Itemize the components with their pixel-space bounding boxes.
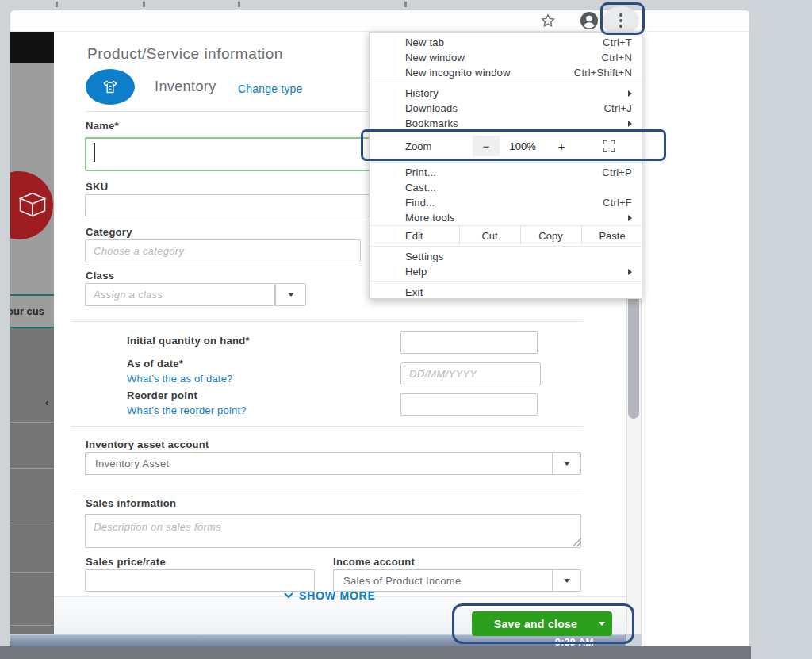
- products-logo-red-circle: [10, 171, 53, 239]
- menu-separator: [370, 281, 642, 282]
- menu-item-shortcut: Ctrl+T: [603, 36, 632, 48]
- menu-item-label: Print...: [405, 167, 436, 178]
- menu-item-shortcut: Ctrl+Shift+N: [574, 67, 632, 79]
- income-account-label: Income account: [333, 556, 415, 568]
- textarea-resize-grip[interactable]: [573, 538, 581, 546]
- category-label: Category: [86, 226, 132, 238]
- menu-item-history[interactable]: History: [370, 86, 642, 101]
- menu-item-print[interactable]: Print...Ctrl+P: [370, 165, 642, 180]
- frame-tick: [238, 2, 240, 7]
- menu-item-cast[interactable]: Cast...: [370, 180, 642, 195]
- menu-item-find[interactable]: Find...Ctrl+F: [370, 195, 642, 210]
- menu-item-label: Exit: [405, 286, 423, 298]
- backdrop-customers-button: our cus: [10, 294, 54, 328]
- clock-text: 9:39 AM: [555, 637, 594, 646]
- save-and-close-button[interactable]: Save and close: [472, 611, 612, 636]
- menu-separator: [370, 82, 642, 82]
- name-input[interactable]: [85, 137, 373, 171]
- menu-item-new-window[interactable]: New windowCtrl+N: [370, 50, 642, 65]
- menu-item-shortcut: Ctrl+J: [603, 102, 632, 114]
- section-divider: [71, 426, 583, 427]
- menu-item-copy[interactable]: Copy: [520, 226, 581, 245]
- sales-description-textarea[interactable]: [85, 514, 581, 548]
- zoom-label: Zoom: [405, 140, 431, 152]
- tshirt-icon: [100, 79, 121, 96]
- menu-item-label: Find...: [405, 197, 435, 209]
- menu-item-label: Help: [405, 266, 427, 278]
- save-dropdown-toggle[interactable]: [592, 622, 612, 626]
- kebab-menu-icon[interactable]: [615, 9, 626, 33]
- menu-item-shortcut: Ctrl+N: [602, 52, 632, 63]
- reorder-point-input[interactable]: [400, 393, 538, 416]
- item-type-value: Inventory: [155, 79, 216, 95]
- menu-item-shortcut: Ctrl+F: [603, 197, 632, 209]
- category-input[interactable]: [85, 239, 361, 262]
- frame-tick: [404, 2, 407, 7]
- reorder-point-help-link[interactable]: What’s the reorder point?: [127, 404, 247, 416]
- as-of-date-label: As of date*: [127, 358, 183, 370]
- save-and-close-label: Save and close: [472, 618, 592, 630]
- menu-item-cut[interactable]: Cut: [459, 226, 520, 245]
- sku-label: SKU: [86, 181, 108, 193]
- open-box-icon: [15, 189, 50, 220]
- class-dropdown-button[interactable]: [275, 283, 306, 306]
- menu-item-more-tools[interactable]: More tools: [370, 210, 642, 225]
- name-label: Name*: [86, 120, 119, 132]
- menu-item-label: History: [405, 87, 439, 99]
- class-input[interactable]: [85, 283, 275, 306]
- backdrop-row-line: [10, 523, 54, 523]
- income-account-value: Sales of Product Income: [343, 575, 462, 587]
- chevron-down-icon: [284, 592, 293, 599]
- as-of-date-input[interactable]: [400, 362, 541, 385]
- menu-item-help[interactable]: Help: [370, 264, 642, 279]
- minus-icon: −: [483, 140, 490, 153]
- text-cursor: [94, 143, 95, 162]
- menu-item-label: New window: [405, 52, 465, 63]
- menu-item-bookmarks[interactable]: Bookmarks: [370, 116, 642, 131]
- chevron-down-icon: [288, 293, 294, 297]
- income-account-dropdown-button[interactable]: [552, 569, 581, 592]
- menu-item-label: Bookmarks: [405, 117, 458, 129]
- initial-quantity-input[interactable]: [400, 331, 538, 354]
- submenu-arrow-icon: [628, 269, 632, 275]
- menu-item-exit[interactable]: Exit: [370, 285, 642, 300]
- section-divider: [71, 321, 583, 322]
- window-bottom-bar: 9:39 AM: [10, 634, 625, 646]
- menu-item-paste[interactable]: Paste: [581, 226, 643, 245]
- profile-avatar-icon[interactable]: [580, 11, 599, 30]
- bookmark-star-icon[interactable]: [540, 13, 556, 29]
- inventory-asset-account-label: Inventory asset account: [86, 439, 209, 450]
- sku-input[interactable]: [85, 194, 373, 216]
- sales-information-label: Sales information: [86, 497, 176, 509]
- dialog-title: Product/Service information: [87, 45, 283, 63]
- plus-icon: +: [558, 140, 565, 153]
- menu-item-label: New tab: [405, 36, 444, 48]
- backdrop-row-line: [10, 625, 54, 626]
- screenshot-root: our cus ‹ Product/Service information In…: [0, 0, 812, 659]
- income-account-field[interactable]: Sales of Product Income: [333, 569, 552, 592]
- backdrop-header-bar: [10, 32, 54, 63]
- as-of-date-help-link[interactable]: What’s the as of date?: [127, 373, 233, 385]
- zoom-out-button[interactable]: −: [473, 136, 500, 156]
- show-more-label: SHOW MORE: [299, 589, 376, 602]
- scrollbar-corner: [625, 634, 642, 646]
- backdrop-row-line: [10, 422, 54, 423]
- menu-item-settings[interactable]: Settings: [370, 249, 642, 264]
- fullscreen-icon: [602, 139, 616, 153]
- zoom-in-button[interactable]: +: [556, 140, 567, 153]
- chevron-down-icon: [564, 579, 570, 583]
- backdrop-row-line: [10, 572, 54, 573]
- fullscreen-button[interactable]: [602, 139, 616, 153]
- menu-edit-row: Edit Cut Copy Paste: [370, 226, 642, 245]
- menu-item-new-tab[interactable]: New tabCtrl+T: [370, 35, 642, 50]
- change-type-link[interactable]: Change type: [238, 82, 303, 95]
- menu-item-new-incognito-window[interactable]: New incognito windowCtrl+Shift+N: [370, 65, 642, 80]
- backdrop-table: ‹: [10, 328, 54, 634]
- sales-price-label: Sales price/rate: [86, 556, 166, 568]
- inventory-asset-dropdown-button[interactable]: [552, 452, 581, 475]
- menu-item-downloads[interactable]: DownloadsCtrl+J: [370, 101, 642, 116]
- menu-item-edit[interactable]: Edit: [405, 226, 423, 245]
- sales-price-input[interactable]: [85, 569, 315, 592]
- inventory-asset-account-field[interactable]: Inventory Asset: [85, 452, 552, 475]
- show-more-toggle[interactable]: SHOW MORE: [284, 589, 376, 602]
